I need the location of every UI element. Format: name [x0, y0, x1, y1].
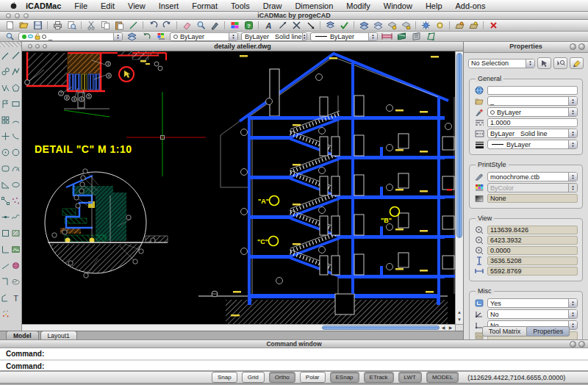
tab-model[interactable]: Model [6, 331, 39, 339]
tool-pencil-icon[interactable] [1, 47, 11, 63]
color-manager-button[interactable] [155, 32, 167, 42]
vertical-scroll-thumb[interactable] [456, 53, 462, 238]
menu-file[interactable]: File [68, 1, 94, 10]
tool-curve-pen-icon[interactable] [11, 160, 21, 176]
combo-stepper[interactable]: ▲▼ [526, 60, 534, 68]
tool-points-icon[interactable] [11, 192, 21, 209]
tool-cloud-icon[interactable] [11, 273, 21, 289]
vertical-scrollbar[interactable]: ▲ ▼ [455, 51, 463, 324]
status-etrack-button[interactable]: ETrack [364, 372, 394, 383]
tool-polygon-icon[interactable] [11, 79, 21, 96]
combo-stepper[interactable]: ▲▼ [568, 173, 577, 181]
combo-stepper[interactable]: ▲▼ [568, 310, 577, 318]
lineweight-combo-prop[interactable]: ByLayer ▲▼ [487, 140, 578, 149]
tool-circle-center-icon[interactable] [1, 144, 11, 160]
command-close-button[interactable] [578, 341, 585, 348]
apple-menu-icon[interactable] [7, 1, 19, 11]
delete-layer-button[interactable] [487, 21, 499, 31]
new-file-button[interactable] [4, 21, 15, 31]
tab-properties[interactable]: Properties [527, 326, 570, 337]
misc-combo-1[interactable]: Yes ▲▼ [487, 298, 578, 308]
open-file-button[interactable] [18, 21, 29, 31]
color-palette-button[interactable] [229, 21, 240, 31]
tool-circle-icon[interactable] [11, 144, 21, 160]
combo-stepper[interactable]: ▲▼ [568, 108, 577, 116]
match-paint-button[interactable] [570, 57, 584, 69]
stack-order-button[interactable] [324, 21, 336, 31]
layer-settings-button[interactable] [420, 21, 431, 31]
menu-help[interactable]: Help [419, 1, 449, 10]
layer-previous-button[interactable] [434, 21, 445, 31]
tool-spline-icon[interactable] [11, 209, 21, 225]
check-standards-button[interactable] [338, 21, 350, 31]
match-properties-button[interactable] [127, 21, 139, 31]
command-collapse-button[interactable] [570, 341, 576, 348]
printstyle-combo[interactable]: monochrome.ctb ▲▼ [487, 172, 578, 181]
tool-node-insert-icon[interactable] [1, 209, 11, 225]
undo-button[interactable] [147, 21, 159, 31]
dimension-style-button[interactable] [381, 32, 392, 42]
menu-dimension[interactable]: Dimension [288, 1, 340, 10]
combo-stepper[interactable]: ▲▼ [568, 140, 577, 148]
status-ortho-button[interactable]: Ortho [269, 372, 295, 383]
scroll-right-icon[interactable]: ▶ [447, 325, 454, 331]
linetype-combo-prop[interactable]: ByLayer Solid line ▲▼ [487, 129, 578, 138]
palette-grip[interactable] [0, 42, 21, 47]
drawing-title-bar[interactable]: detaily atelier.dwg [22, 42, 463, 51]
combo-stepper[interactable]: ▲▼ [229, 33, 237, 40]
command-input-line[interactable]: Command: [0, 362, 588, 371]
tool-image-icon[interactable] [11, 241, 21, 257]
model-canvas[interactable]: 3 4 7 8 9 6 5 DE [22, 51, 455, 324]
tab-layout1[interactable]: Layout1 [40, 331, 77, 339]
layer-states-button[interactable] [126, 32, 137, 42]
color-combo-prop[interactable]: ByLayer ▲▼ [487, 107, 578, 117]
combo-stepper[interactable]: ▲▼ [368, 33, 377, 40]
cut-button[interactable] [85, 21, 97, 31]
combo-stepper[interactable]: ▲▼ [568, 97, 577, 105]
tool-corner-icon[interactable] [1, 241, 11, 257]
save-button[interactable] [32, 21, 43, 31]
status-grid-button[interactable]: Grid [242, 372, 265, 383]
hyperlink-field[interactable] [487, 86, 578, 95]
panel-close-button[interactable] [578, 43, 585, 50]
tool-corner2-icon[interactable] [1, 273, 11, 289]
tool-multipoint-icon[interactable] [1, 79, 11, 96]
select-entities-button[interactable] [537, 57, 551, 69]
menu-view[interactable]: View [121, 1, 152, 10]
combo-stepper[interactable]: ▲▼ [302, 33, 306, 40]
menu-addons[interactable]: Add-ons [449, 1, 492, 10]
help-button[interactable]: ? [243, 21, 254, 31]
tool-chamfer-icon[interactable] [1, 289, 11, 306]
pan-arrow-button[interactable] [304, 21, 316, 31]
status-polar-button[interactable]: Polar [300, 372, 326, 383]
tool-ellipse-icon[interactable] [11, 176, 21, 192]
zoom-button[interactable] [195, 21, 207, 31]
status-snap-button[interactable]: Snap [212, 372, 237, 383]
menu-insert[interactable]: Insert [152, 1, 186, 10]
pen-edit-button[interactable] [209, 21, 220, 31]
menu-icadmac[interactable]: iCADMac [19, 1, 68, 10]
layer-manager-button[interactable] [4, 32, 15, 42]
menu-modify[interactable]: Modify [340, 1, 376, 10]
misc-combo-2[interactable]: No ▲▼ [487, 309, 578, 319]
redo-button[interactable] [161, 21, 173, 31]
status-lwt-button[interactable]: LWT [398, 372, 422, 383]
menu-tools[interactable]: Tools [224, 1, 257, 10]
print-button[interactable] [51, 21, 63, 31]
tool-arc3-icon[interactable] [11, 128, 21, 144]
tool-hatch-icon[interactable] [11, 225, 21, 241]
horizontal-scroll-thumb[interactable] [322, 325, 440, 330]
tool-line2-icon[interactable] [1, 257, 11, 273]
text-style-button[interactable]: A [262, 21, 274, 31]
combo-stepper[interactable]: ▲▼ [568, 129, 577, 137]
tool-line-icon[interactable] [11, 47, 21, 63]
color-combo[interactable]: ByLayer ▲▼ [170, 32, 238, 41]
scroll-left-icon[interactable]: ◀ [440, 325, 447, 331]
tool-rounded-rect-icon[interactable] [1, 160, 11, 176]
resize-corner[interactable] [455, 324, 463, 331]
properties-panel-header[interactable]: Properties [464, 42, 588, 53]
layer-lock-button[interactable] [400, 21, 412, 31]
combo-stepper[interactable]: ▲▼ [113, 33, 122, 40]
layer-combo-prop[interactable]: _ ▲▼ [487, 96, 578, 106]
panel-collapse-button[interactable] [570, 43, 576, 50]
